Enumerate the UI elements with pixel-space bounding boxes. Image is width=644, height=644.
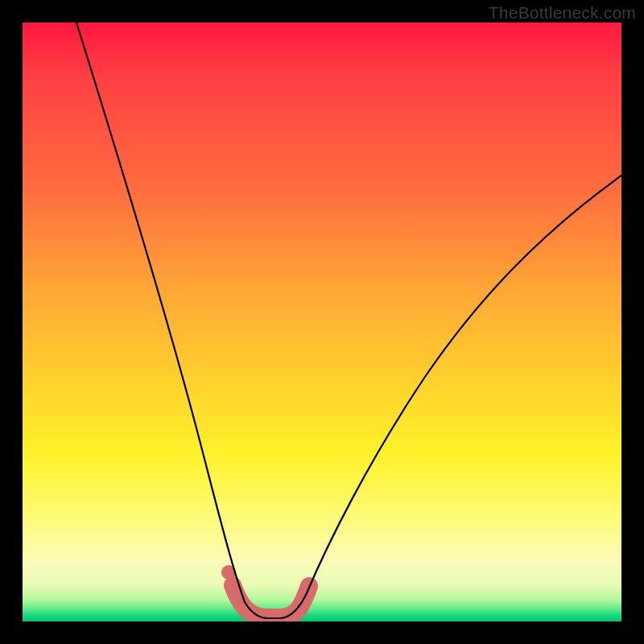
bottleneck-curve-svg <box>23 23 621 621</box>
plot-area <box>23 23 621 621</box>
watermark-text: TheBottleneck.com <box>489 3 636 23</box>
chart-frame: TheBottleneck.com <box>0 0 644 644</box>
bottleneck-curve <box>76 23 621 618</box>
